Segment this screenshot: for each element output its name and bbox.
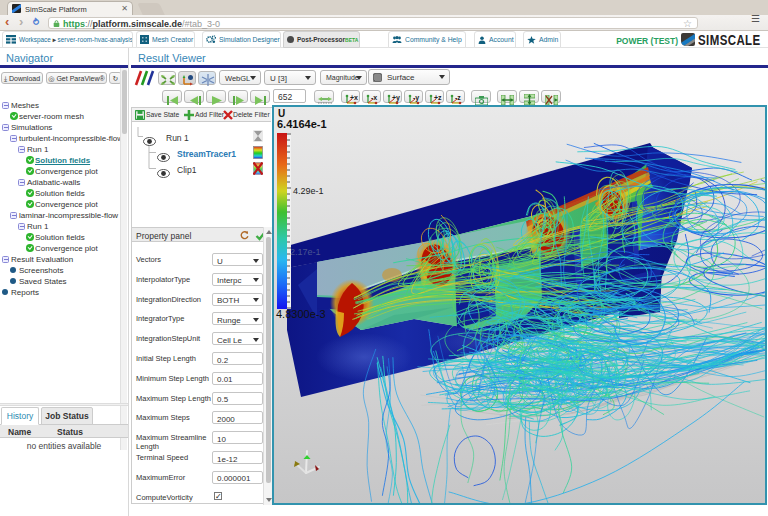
svg-text:+x: +x [350,94,358,101]
svg-text:4.29e-1: 4.29e-1 [293,186,324,196]
svg-text:-z: -z [455,94,461,101]
svg-text:+y: +y [392,94,400,102]
svg-text:6.4164e-1: 6.4164e-1 [277,118,327,130]
svg-text:4.8300e-3: 4.8300e-3 [276,308,326,320]
svg-text:+z: +z [434,94,442,101]
svg-text:-x: -x [371,94,377,101]
svg-text:-y: -y [413,94,419,102]
svg-text:2.17e-1: 2.17e-1 [290,247,321,257]
